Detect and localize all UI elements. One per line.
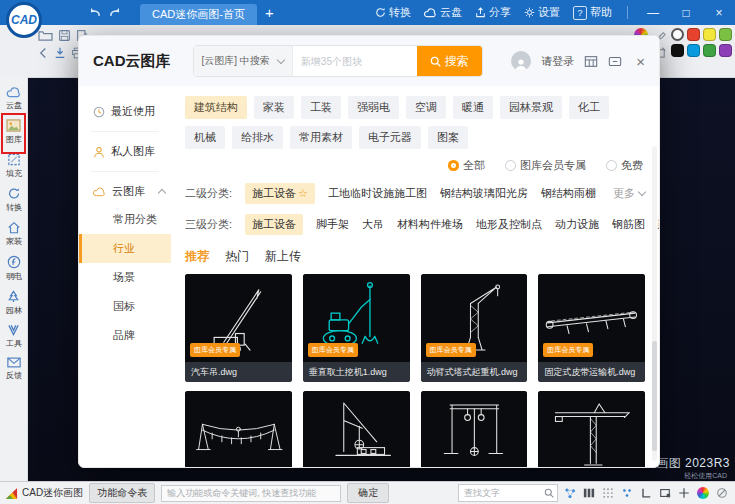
- search-input[interactable]: [293, 46, 417, 76]
- block-card[interactable]: [421, 391, 528, 468]
- sidebar-item-convert[interactable]: 转换: [0, 185, 27, 216]
- nav-sub-scene[interactable]: 场景: [79, 263, 171, 292]
- maximize-button[interactable]: □: [676, 6, 696, 20]
- swatch-blue[interactable]: [687, 44, 700, 57]
- close-button[interactable]: ×: [709, 6, 729, 20]
- nav-cloud-library[interactable]: 云图库: [79, 178, 171, 205]
- level3-item[interactable]: 建筑构筑物: [658, 217, 660, 232]
- nav-sub-brand[interactable]: 品牌: [79, 321, 171, 350]
- tab-new[interactable]: 新上传: [265, 248, 301, 265]
- settings-button[interactable]: 设置: [524, 5, 560, 20]
- color-ball-icon[interactable]: [697, 487, 709, 499]
- level3-item[interactable]: 大吊: [362, 217, 384, 232]
- chip-category[interactable]: 园林景观: [500, 96, 562, 119]
- filter-free[interactable]: 免费: [606, 158, 643, 173]
- level3-item[interactable]: 地形及控制点: [476, 217, 542, 232]
- nav-sub-national[interactable]: 国标: [79, 292, 171, 321]
- swatch-red[interactable]: [687, 28, 700, 41]
- share-button[interactable]: 分享: [475, 5, 511, 20]
- chip-category[interactable]: 化工: [569, 96, 609, 119]
- search-scope-dropdown[interactable]: [云图库] 中搜索: [194, 46, 293, 76]
- snap-points-icon[interactable]: [621, 487, 633, 499]
- grid-dots-icon[interactable]: [602, 487, 614, 499]
- nav-sub-common[interactable]: 常用分类: [79, 205, 171, 234]
- sidebar-item-tools[interactable]: 工具: [0, 322, 27, 352]
- back-icon[interactable]: [38, 47, 49, 59]
- swatch-purple[interactable]: [719, 44, 732, 57]
- nav-recent[interactable]: 最近使用: [79, 98, 171, 125]
- level3-item-active[interactable]: 施工设备: [245, 214, 303, 235]
- level3-item[interactable]: 钢筋图: [612, 217, 645, 232]
- chip-category[interactable]: 电子元器: [359, 126, 421, 149]
- chip-category[interactable]: 图案: [428, 126, 468, 149]
- chip-category[interactable]: 工装: [301, 96, 341, 119]
- new-tab-button[interactable]: +: [265, 5, 274, 20]
- command-table-button[interactable]: 功能命令表: [89, 483, 155, 503]
- swatch-dark-green[interactable]: [703, 44, 716, 57]
- swatch-black[interactable]: [671, 44, 684, 57]
- convert-button[interactable]: 转换: [375, 5, 411, 20]
- forward-arrow-icon[interactable]: [109, 7, 122, 18]
- block-card[interactable]: 图库会员专属 动臂式塔式起重机.dwg: [421, 274, 528, 382]
- level2-item-active[interactable]: 施工设备 ☆: [245, 183, 315, 204]
- level3-item[interactable]: 脚手架: [316, 217, 349, 232]
- minimize-button[interactable]: —: [643, 6, 663, 20]
- nav-sub-industry[interactable]: 行业: [79, 234, 171, 263]
- help-button[interactable]: ? 帮助: [573, 5, 612, 20]
- tab-recommended[interactable]: 推荐: [185, 248, 209, 265]
- tab-home[interactable]: CAD迷你画图-首页: [140, 4, 257, 25]
- sidebar-item-hatch[interactable]: 填充: [0, 151, 27, 182]
- find-text-input[interactable]: [462, 487, 544, 499]
- message-icon[interactable]: [608, 56, 622, 67]
- block-card[interactable]: [538, 391, 645, 468]
- dialog-scrollbar-thumb[interactable]: [652, 341, 657, 451]
- sidebar-item-weak-current[interactable]: 弱电: [0, 253, 27, 285]
- ortho-icon[interactable]: [640, 487, 652, 499]
- chip-category[interactable]: 建筑结构: [185, 96, 247, 119]
- node-snap-icon[interactable]: [564, 487, 576, 499]
- level2-more[interactable]: 更多: [613, 186, 645, 201]
- chip-category[interactable]: 强弱电: [348, 96, 399, 119]
- sidebar-item-cloud-disk[interactable]: 云盘: [0, 85, 27, 114]
- swatch-yellow[interactable]: [703, 28, 716, 41]
- chip-category[interactable]: 暖通: [453, 96, 493, 119]
- block-card[interactable]: [185, 391, 292, 468]
- search-button[interactable]: 搜索: [417, 46, 482, 76]
- chip-category[interactable]: 家装: [254, 96, 294, 119]
- chip-category[interactable]: 空调: [406, 96, 446, 119]
- grid-lines-icon[interactable]: [583, 487, 595, 499]
- dialog-close-button[interactable]: ×: [636, 53, 645, 70]
- level3-item[interactable]: 动力设施: [555, 217, 599, 232]
- grid-view-icon[interactable]: [584, 55, 598, 68]
- level2-item[interactable]: 钢结构玻璃阳光房: [440, 186, 528, 201]
- nav-private-library[interactable]: 私人图库: [79, 138, 171, 165]
- tab-hot[interactable]: 热门: [225, 248, 249, 265]
- open-folder-icon[interactable]: [38, 29, 53, 42]
- block-card[interactable]: 图库会员专属 汽车吊.dwg: [185, 274, 292, 382]
- filter-member-only[interactable]: 图库会员专属: [505, 158, 586, 173]
- import-icon[interactable]: [54, 47, 66, 59]
- cloud-disk-button[interactable]: 云盘: [424, 5, 462, 20]
- block-card[interactable]: 图库会员专属 固定式皮带运输机.dwg: [538, 274, 645, 382]
- lineweight-icon[interactable]: [716, 487, 728, 499]
- sidebar-item-landscape[interactable]: 园林: [0, 288, 27, 319]
- chip-category[interactable]: 给排水: [232, 126, 283, 149]
- avatar[interactable]: [511, 51, 531, 71]
- search-icon[interactable]: [544, 488, 554, 498]
- swatch-white[interactable]: [671, 28, 684, 41]
- filter-all[interactable]: 全部: [448, 158, 485, 173]
- chip-category[interactable]: 常用素材: [290, 126, 352, 149]
- block-card[interactable]: [303, 391, 410, 468]
- confirm-button[interactable]: 确定: [347, 483, 389, 503]
- login-link[interactable]: 请登录: [541, 54, 574, 69]
- swatch-green[interactable]: [719, 28, 732, 41]
- level2-item[interactable]: 钢结构雨棚: [541, 186, 596, 201]
- save-icon[interactable]: [58, 29, 71, 42]
- crosshair-icon[interactable]: [678, 487, 690, 499]
- level3-item[interactable]: 材料构件堆场: [397, 217, 463, 232]
- chip-category[interactable]: 机械: [185, 126, 225, 149]
- command-search-input[interactable]: [161, 485, 341, 502]
- object-frame-icon[interactable]: [659, 487, 671, 499]
- sidebar-item-feedback[interactable]: 反馈: [0, 355, 27, 384]
- block-card[interactable]: 图库会员专属 垂直取土挖机1.dwg: [303, 274, 410, 382]
